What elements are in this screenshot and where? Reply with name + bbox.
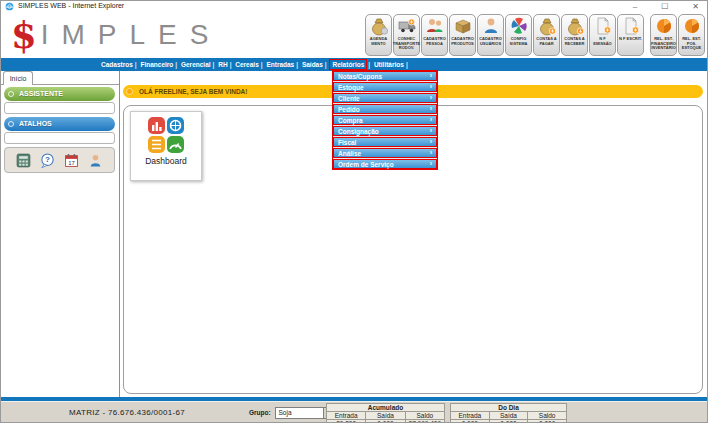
relatorios-dropdown-menu: Notas/Cupons› Estoque› Cliente› Pedido› …	[332, 70, 438, 170]
money-bag-icon	[369, 16, 389, 36]
atalhos-panel-header[interactable]: ATALHOS	[4, 117, 115, 131]
calculator-icon[interactable]	[16, 153, 31, 168]
panel-bullet-icon	[8, 121, 14, 127]
menu-separator: |	[261, 61, 263, 68]
orange-sphere-icon	[682, 16, 702, 36]
toolbar-button-label: CONFIG SISTEMA	[506, 37, 531, 46]
assistente-panel-body	[4, 102, 115, 114]
minimize-button[interactable]: –	[633, 1, 637, 12]
menu-item-gerencial[interactable]: Gerencial	[181, 61, 211, 68]
toolbar-button-label: CONHEC TRANSPORTE RODOV.	[392, 37, 422, 51]
toolbar-button-rel-est-pos-estoque[interactable]: REL. EST. POS. ESTOQUE	[678, 14, 705, 56]
toolbar-button-agendamento[interactable]: AGENDA MENTO	[365, 14, 392, 56]
submenu-arrow-icon: ›	[430, 83, 432, 91]
dropdown-item-label: Estoque	[338, 84, 364, 91]
menu-separator: |	[296, 61, 298, 68]
menu-item-saidas[interactable]: Saídas	[302, 61, 323, 68]
dropdown-item-consignacao[interactable]: Consignação›	[333, 126, 437, 136]
assistente-title: ASSISTENTE	[19, 90, 63, 97]
group-label: Grupo:	[249, 409, 271, 416]
acumulado-table: Acumulado Entrada Saída Saldo 29,200 0,0…	[326, 403, 445, 423]
color-fan-icon	[509, 16, 529, 36]
menu-separator: |	[135, 61, 137, 68]
submenu-arrow-icon: ›	[430, 127, 432, 135]
toolbar-button-contas-a-receber[interactable]: CONTAS A RECEBER	[561, 14, 588, 56]
close-button[interactable]: ✕	[692, 1, 699, 12]
acumulado-header-saida: Saída	[366, 412, 405, 420]
logo-dollar-sign: $	[11, 17, 37, 54]
box-icon	[453, 16, 473, 36]
toolbar-button-cadastro-usuarios[interactable]: CADASTRO USUÁRIOS	[477, 14, 504, 56]
people-icon	[425, 16, 445, 36]
menu-item-utilitarios[interactable]: Utilitários	[374, 61, 404, 68]
assistente-panel-header[interactable]: ASSISTENTE	[4, 87, 115, 101]
dropdown-item-pedido[interactable]: Pedido›	[333, 104, 437, 114]
acumulado-title: Acumulado	[327, 404, 445, 412]
submenu-arrow-icon: ›	[430, 160, 432, 168]
do-dia-table: Do Dia Entrada Saída Saldo 0,000 0,000 0…	[450, 403, 567, 423]
dropdown-item-fiscal[interactable]: Fiscal›	[333, 137, 437, 147]
dashboard-shortcut[interactable]: Dashboard	[130, 111, 202, 181]
tab-inicio[interactable]: Início	[3, 71, 33, 85]
menu-item-rh[interactable]: RH	[218, 61, 227, 68]
calendar-icon[interactable]: 17	[64, 153, 79, 168]
submenu-arrow-icon: ›	[430, 72, 432, 80]
toolbar-button-nf-escrit[interactable]: N F ESCRIT.	[617, 14, 644, 56]
toolbar-button-config-sistema[interactable]: CONFIG SISTEMA	[505, 14, 532, 56]
maximize-button[interactable]: ☐	[661, 1, 668, 12]
money-bag-down-icon	[565, 16, 585, 36]
do-dia-value-entrada: 0,000	[451, 420, 490, 423]
do-dia-header-entrada: Entrada	[451, 412, 490, 420]
dashboard-icon	[147, 116, 185, 154]
dropdown-item-label: Análise	[338, 150, 361, 157]
dropdown-item-analise[interactable]: Análise›	[333, 148, 437, 158]
person-icon[interactable]	[88, 153, 103, 168]
dropdown-item-notas-cupons[interactable]: Notas/Cupons›	[333, 71, 437, 81]
toolbar-button-label: CADASTRO USUÁRIOS	[478, 37, 503, 46]
dropdown-item-label: Fiscal	[338, 139, 356, 146]
do-dia-title: Do Dia	[451, 404, 567, 412]
menu-item-cadastros[interactable]: Cadastros	[101, 61, 133, 68]
dropdown-item-compra[interactable]: Compra›	[333, 115, 437, 125]
acumulado-value-saida: 0,000	[366, 420, 405, 423]
company-identifier: MATRIZ - 76.676.436/0001-67	[69, 408, 185, 417]
toolbar-button-cadastro-produtos[interactable]: CADASTRO PRODUTOS	[449, 14, 476, 56]
toolbar-button-rel-est-financeiro[interactable]: REL. EST. FINANCEIRO INVENTÁRIO	[650, 14, 677, 56]
window-title: SIMPLES WEB - Internet Explorer	[18, 2, 124, 9]
dropdown-item-label: Notas/Cupons	[338, 73, 382, 80]
submenu-arrow-icon: ›	[430, 105, 432, 113]
group-field: Grupo: Soja ▼	[249, 407, 335, 419]
toolbar-button-label: AGENDA MENTO	[366, 37, 391, 46]
menu-item-relatorios-active[interactable]: Relatórios	[330, 60, 366, 69]
quick-access-toolbar: AGENDA MENTO CONHEC TRANSPORTE RODOV. CA…	[365, 14, 705, 56]
toolbar-button-contas-a-pagar[interactable]: CONTAS A PAGAR	[533, 14, 560, 56]
menu-item-financeiro[interactable]: Financeiro	[140, 61, 173, 68]
internet-explorer-icon	[5, 2, 14, 11]
toolbar-button-cadastro-pessoa[interactable]: CADASTRO PESSOA	[421, 14, 448, 56]
help-balloon-icon[interactable]: ?	[40, 153, 55, 168]
user-icon	[481, 16, 501, 36]
app-window: SIMPLES WEB - Internet Explorer – ☐ ✕ $ …	[0, 0, 708, 423]
do-dia-header-saida: Saída	[489, 412, 528, 420]
window-controls: – ☐ ✕	[633, 1, 699, 12]
dropdown-item-cliente[interactable]: Cliente›	[333, 93, 437, 103]
dropdown-item-label: Consignação	[338, 128, 379, 135]
toolbar-button-conhec-transporte[interactable]: CONHEC TRANSPORTE RODOV.	[393, 14, 420, 56]
dropdown-item-label: Ordem de Serviço	[338, 161, 394, 168]
submenu-arrow-icon: ›	[430, 94, 432, 102]
submenu-arrow-icon: ›	[430, 149, 432, 157]
submenu-arrow-icon: ›	[430, 116, 432, 124]
menu-item-entradas[interactable]: Entradas	[266, 61, 294, 68]
do-dia-header-saldo: Saldo	[528, 412, 567, 420]
sidebar-icon-tray: ? 17	[4, 147, 115, 173]
menu-item-cereais[interactable]: Cereais	[235, 61, 259, 68]
dropdown-item-label: Compra	[338, 117, 363, 124]
dropdown-item-ordem-de-servico[interactable]: Ordem de Serviço›	[333, 159, 437, 169]
toolbar-button-nf-emissao[interactable]: N F EMISSÃO	[589, 14, 616, 56]
dropdown-item-estoque[interactable]: Estoque›	[333, 82, 437, 92]
do-dia-value-saldo: 0,000	[528, 420, 567, 423]
toolbar-button-label: CONTAS A RECEBER	[562, 37, 587, 46]
toolbar-button-label: REL. EST. POS. ESTOQUE	[679, 37, 704, 51]
menu-separator: |	[175, 61, 177, 68]
document-plus-icon	[621, 16, 641, 36]
